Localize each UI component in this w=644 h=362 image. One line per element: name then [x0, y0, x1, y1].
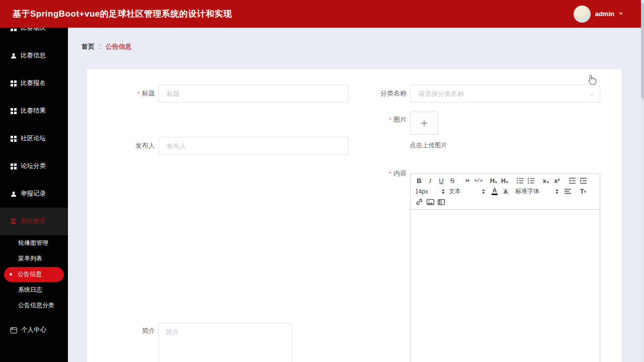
- sidebar-item-match-signup[interactable]: 比赛报名: [0, 69, 68, 97]
- grid-icon: [11, 108, 17, 114]
- header2-button[interactable]: H₂: [499, 176, 510, 186]
- video-icon[interactable]: [436, 198, 447, 207]
- sidebar-item-report-record[interactable]: 举报记录: [0, 180, 68, 208]
- sidebar-item-label: 系统管理: [20, 217, 45, 226]
- category-select-input[interactable]: [410, 84, 600, 103]
- submenu-item-label: 公告信息分类: [18, 301, 54, 310]
- paragraph-format-picker[interactable]: 文本: [449, 187, 485, 196]
- sidebar-item-match-session[interactable]: 比赛场次: [0, 28, 68, 42]
- toolbar-row-3: [414, 197, 597, 207]
- submenu-item-menu-list[interactable]: 菜单列表: [0, 251, 68, 266]
- underline-button[interactable]: U: [436, 176, 447, 186]
- title-label-text: 标题: [142, 89, 155, 98]
- category-select[interactable]: [410, 84, 600, 103]
- text-color-button[interactable]: A: [489, 187, 500, 196]
- intro-label: 简介: [107, 326, 155, 336]
- bullet-list-icon[interactable]: [525, 176, 536, 186]
- font-size-value: 14px: [415, 188, 428, 195]
- blockquote-button[interactable]: ”: [462, 176, 473, 186]
- breadcrumb-separator-icon: Ξ: [98, 43, 102, 50]
- required-mark: *: [389, 170, 391, 177]
- required-mark: *: [137, 90, 140, 98]
- submenu-item-label: 菜单列表: [18, 254, 42, 263]
- sidebar-item-forum-category[interactable]: 论坛分类: [0, 152, 68, 180]
- image-icon[interactable]: [425, 198, 436, 207]
- submenu-item-announcement-category[interactable]: 公告信息分类: [0, 298, 68, 313]
- rich-text-editor: B I U S ” </> H₁ H₂ x₂ x²: [410, 173, 600, 362]
- format-value: 文本: [449, 187, 461, 196]
- submenu-item-carousel[interactable]: 轮播图管理: [0, 235, 68, 251]
- sidebar-item-label: 比赛报名: [21, 79, 46, 87]
- scrollbar-track[interactable]: [641, 0, 644, 362]
- user-icon: [11, 191, 17, 197]
- user-menu[interactable]: admin: [574, 0, 623, 28]
- scrollbar-thumb[interactable]: [641, 3, 644, 99]
- sidebar-item-label: 比赛场次: [21, 28, 46, 32]
- image-upload-button[interactable]: +: [410, 112, 438, 135]
- category-label-text: 分类名称: [380, 89, 407, 98]
- background-color-button[interactable]: A: [500, 187, 511, 196]
- toolbar-row-1: B I U S ” </> H₁ H₂ x₂ x²: [414, 176, 597, 186]
- code-block-button[interactable]: </>: [473, 176, 484, 186]
- submenu-item-label: 公告信息: [18, 270, 42, 279]
- sidebar-item-label: 比赛结果: [21, 107, 46, 115]
- sidebar-item-system-management[interactable]: 系统管理: [0, 208, 68, 235]
- clean-format-button[interactable]: Tx: [578, 187, 589, 196]
- font-family-picker[interactable]: 标准字体: [515, 187, 558, 196]
- user-icon: [11, 53, 17, 59]
- submenu-item-announcement[interactable]: 公告信息: [0, 266, 68, 282]
- clean-t-glyph: T: [580, 188, 584, 195]
- strike-button[interactable]: S: [447, 176, 458, 186]
- system-submenu: 轮播图管理 菜单列表 公告信息 系统日志 公告信息分类: [0, 235, 68, 313]
- superscript-button[interactable]: x²: [551, 176, 562, 186]
- form-card: * 标题 分类名称 * 图片 + 点击上传图片 发布人 * 内容: [87, 69, 621, 362]
- intro-textarea[interactable]: [158, 323, 292, 362]
- subscript-button[interactable]: x₂: [540, 176, 551, 186]
- submenu-item-system-log[interactable]: 系统日志: [0, 282, 68, 298]
- app-title: 基于SpringBoot+vue的足球社区管理系统的设计和实现: [13, 8, 232, 20]
- grid-icon: [11, 28, 17, 31]
- sidebar-item-label: 个人中心: [21, 326, 46, 334]
- required-mark: *: [389, 116, 391, 124]
- publisher-label: 发布人: [107, 137, 155, 155]
- editor-toolbar: B I U S ” </> H₁ H₂ x₂ x²: [411, 174, 600, 210]
- sidebar-item-personal-center[interactable]: 个人中心: [0, 316, 68, 344]
- title-input[interactable]: [158, 84, 349, 103]
- server-icon: [11, 218, 16, 225]
- indent-icon[interactable]: [578, 176, 589, 186]
- chevron-down-icon: [619, 13, 623, 15]
- grid-icon: [11, 163, 17, 169]
- italic-button[interactable]: I: [425, 176, 436, 186]
- sidebar-menu: 比赛场次 比赛信息 比赛报名 比赛结果 社区论坛: [0, 28, 68, 344]
- submenu-item-label: 轮播图管理: [18, 239, 48, 247]
- sidebar-item-match-result[interactable]: 比赛结果: [0, 97, 68, 125]
- active-menu-pill[interactable]: 公告信息: [4, 267, 64, 282]
- ordered-list-icon[interactable]: [514, 176, 525, 186]
- link-icon[interactable]: [414, 198, 425, 207]
- publisher-label-text: 发布人: [135, 141, 155, 150]
- main-content: 首页 Ξ 公告信息 * 标题 分类名称 * 图片 + 点击上传图片 发布人: [68, 28, 644, 362]
- editor-content-area[interactable]: [411, 210, 600, 362]
- user-avatar[interactable]: [574, 6, 591, 23]
- plus-icon: +: [421, 117, 428, 129]
- font-size-picker[interactable]: 14px: [414, 188, 445, 195]
- align-icon[interactable]: [562, 187, 574, 196]
- color-a-glyph: A: [492, 188, 498, 195]
- grid-icon: [11, 136, 17, 142]
- breadcrumb-home[interactable]: 首页: [82, 42, 95, 51]
- publisher-input[interactable]: [158, 137, 349, 155]
- sidebar: 比赛场次 比赛信息 比赛报名 比赛结果 社区论坛: [0, 28, 68, 362]
- spinner-arrows-icon: [555, 189, 558, 194]
- grid-icon: [11, 80, 17, 86]
- spinner-arrows-icon: [442, 189, 445, 194]
- sidebar-item-label: 比赛信息: [21, 51, 46, 60]
- window-icon: [11, 327, 17, 333]
- outdent-icon[interactable]: [567, 176, 578, 186]
- content-label-text: 内容: [393, 169, 407, 178]
- sidebar-item-community-forum[interactable]: 社区论坛: [0, 125, 68, 152]
- bold-button[interactable]: B: [414, 176, 425, 186]
- sidebar-item-match-info[interactable]: 比赛信息: [0, 42, 68, 69]
- image-label: * 图片: [359, 115, 407, 125]
- username-label: admin: [595, 10, 614, 18]
- header1-button[interactable]: H₁: [488, 176, 499, 186]
